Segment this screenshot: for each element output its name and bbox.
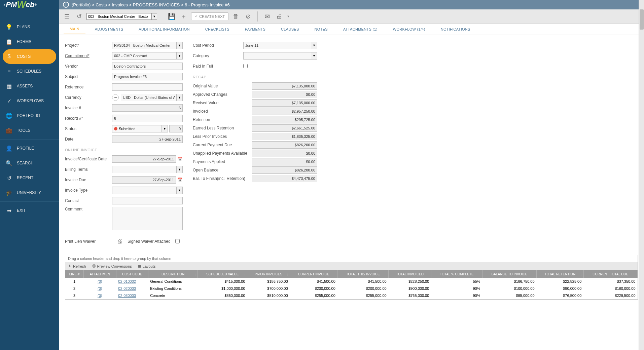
chevron-down-icon[interactable]: ▼ [177,42,183,49]
block-icon[interactable]: ⊘ [243,12,253,21]
grid-header[interactable]: BALANCE TO INVOICE⋮ [482,270,536,278]
sidebar-item-label: SEARCH [17,161,34,165]
more-icon[interactable]: ••• [112,94,119,101]
tab-clauses[interactable]: CLAUSES [275,25,305,34]
chevron-down-icon[interactable]: ▼ [177,52,183,60]
grid-header[interactable]: TOTAL % COMPLETE⋮ [431,270,482,278]
sidebar-item-recent[interactable]: ↺RECENT [0,170,59,185]
reference-field[interactable] [112,83,183,91]
invoice-type-label: Invoice Type [65,188,112,193]
sidebar-item-costs[interactable]: $COSTS [3,49,56,64]
subject-field[interactable] [112,73,183,80]
print-lien-icon[interactable]: 🖨 [117,238,123,245]
calendar-icon[interactable]: 📅 [177,178,183,182]
date-field[interactable] [112,135,183,143]
vendor-field[interactable] [112,63,183,70]
sidebar-item-exit[interactable]: ➡EXIT [0,203,59,218]
chevron-down-icon[interactable]: ▼ [152,13,157,20]
chevron-down-icon[interactable]: ▼ [162,125,168,132]
grid-header[interactable]: CURRENT INVOICE⋮ [290,270,337,278]
sidebar-item-university[interactable]: 🎓UNIVERSITY [0,185,59,200]
grid-header[interactable]: CURRENT TOTAL DUE⋮ [583,270,637,278]
sidebar-item-search[interactable]: 🔍SEARCH [0,156,59,170]
sidebar-item-tools[interactable]: 💼TOOLS [0,123,59,138]
grid-header[interactable]: TOTAL INVOICED⋮ [389,270,431,278]
cell-costcode[interactable]: 02-030000 [116,292,148,299]
tab-additional-information[interactable]: ADDITIONAL INFORMATION [133,25,195,34]
currency-field[interactable] [121,94,177,101]
grid-header[interactable]: PRIOR INVOICES⋮ [247,270,290,278]
category-field[interactable] [243,52,311,60]
grid-header[interactable]: TOTAL RETENTION⋮ [537,270,584,278]
contact-field[interactable] [112,197,183,204]
commitment-label[interactable]: Commitment* [65,53,112,58]
preview-button[interactable]: ⓢ Preview Conversions [92,264,132,269]
sidebar-item-schedules[interactable]: ≡SCHEDULES [0,64,59,79]
cell-attachment[interactable]: (0) [83,285,116,292]
print-icon[interactable]: 🖨 [275,12,284,21]
date-label: Date [65,137,112,142]
grid-header[interactable]: LINE #⋮ [65,270,83,278]
tab-main[interactable]: MAIN [64,24,85,34]
scrollbar-thumb[interactable] [640,9,644,30]
invoice-type-field[interactable] [112,187,177,194]
grid-header[interactable]: COST CODE⋮ [116,270,148,278]
grid-group-hint[interactable]: Drag a column header and drop it here to… [65,255,638,262]
tab-checklists[interactable]: CHECKLISTS [199,25,236,34]
add-icon[interactable]: ＋ [179,12,188,21]
mail-icon[interactable]: ✉ [262,12,272,21]
project-field[interactable] [112,42,177,49]
sidebar-item-profile[interactable]: 👤PROFILE [0,141,59,156]
scrollbar[interactable] [639,0,644,350]
refresh-button[interactable]: ↻ Refresh [69,264,86,269]
save-icon[interactable]: 💾 [167,12,176,21]
record-selector[interactable] [86,13,152,20]
chevron-down-icon[interactable]: ▼ [177,94,183,101]
paid-full-checkbox[interactable] [243,64,248,68]
invoice-due-field[interactable] [112,176,176,184]
cert-date-field[interactable] [112,155,176,163]
sidebar-item-forms[interactable]: 📋FORMS [0,34,59,49]
layouts-button[interactable]: ▦ Layouts [138,264,156,269]
cell-costcode[interactable]: 02-020000 [116,285,148,292]
chevron-down-icon[interactable]: ▼ [311,52,317,60]
tab-notifications[interactable]: NOTIFICATIONS [435,25,476,34]
tab-adjustments[interactable]: ADJUSTMENTS [89,25,130,34]
calendar-icon[interactable]: 📅 [177,157,183,161]
create-next-button[interactable]: ✓CREATE NEXT [191,12,228,20]
chevron-down-icon[interactable]: ▼ [311,42,317,49]
cell-attachment[interactable]: (0) [83,292,116,299]
history-icon[interactable]: ↺ [74,12,84,21]
delete-icon[interactable]: 🗑 [231,12,241,21]
recap-label: Bal. To Finish(incl. Retention) [193,176,252,181]
tab-attachments-1-[interactable]: ATTACHMENTS (1) [337,25,384,34]
tab-notes[interactable]: NOTES [309,25,334,34]
chevron-down-icon[interactable]: ▼ [177,166,183,173]
chevron-down-icon[interactable]: ▼ [177,187,183,194]
comment-field[interactable] [112,207,183,230]
grid-header[interactable]: DESCRIPTION⋮ [148,270,198,278]
grid-header[interactable]: SCHEDULED VALUE⋮ [198,270,247,278]
waiver-checkbox[interactable] [175,239,180,243]
table-row[interactable]: 1 (0) 02-010002 General Conditions $415,… [65,278,638,285]
billing-terms-field[interactable] [112,166,177,173]
cell-costcode[interactable]: 02-010002 [116,278,148,285]
sidebar-item-workflows[interactable]: ✓WORKFLOWS [0,93,59,108]
sidebar-item-plans[interactable]: 💡PLANS [0,20,59,34]
breadcrumb-root[interactable]: (Portfolio) [72,2,91,7]
tab-workflow-1-4-[interactable]: WORKFLOW (1/4) [387,25,431,34]
invoice-num-field[interactable] [112,104,183,112]
table-row[interactable]: 2 (0) 02-020000 Existing Conditions $1,0… [65,285,638,292]
table-row[interactable]: 3 (0) 02-030000 Concrete $850,000.00 $51… [65,292,638,299]
record-num-field[interactable] [112,115,183,122]
sidebar-item-assets[interactable]: ▦ASSETS [0,79,59,93]
list-icon[interactable]: ☰ [62,12,72,21]
grid-header[interactable]: ATTACHMEN⋮ [83,270,116,278]
grid-header[interactable]: TOTAL THIS INVOICE⋮ [337,270,389,278]
commitment-field[interactable] [112,52,177,60]
sidebar-item-portfolio[interactable]: 🌐PORTFOLIO [0,108,59,123]
info-icon[interactable]: i [63,2,69,8]
cost-period-field[interactable] [243,42,311,49]
cell-attachment[interactable]: (0) [83,278,116,285]
tab-payments[interactable]: PAYMENTS [239,25,272,34]
